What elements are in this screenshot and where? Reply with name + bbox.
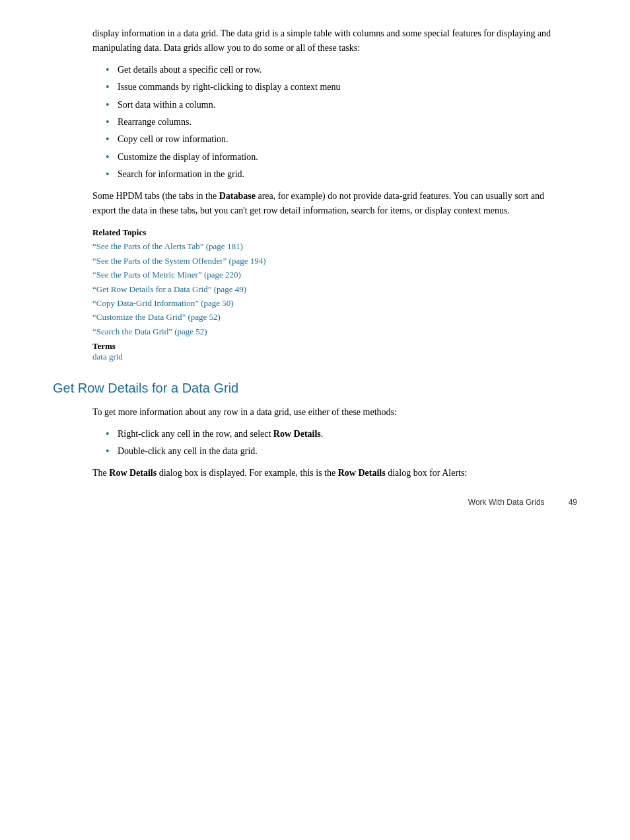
footer-separator [552,498,561,507]
list-item-right-click: Right-click any cell in the row, and sel… [106,427,564,441]
term-data-grid[interactable]: data grid [92,352,123,362]
row-details-text-start: The [92,468,109,478]
task-list: Get details about a specific cell or row… [106,63,564,182]
related-link-row-details[interactable]: “Get Row Details for a Data Grid” (page … [92,282,564,296]
list-item-text: Sort data within a column. [118,100,215,110]
related-link-system-offender[interactable]: “See the Parts of the System Offender” (… [92,254,564,268]
related-link-alerts-tab[interactable]: “See the Parts of the Alerts Tab” (page … [92,239,564,253]
section-intro: To get more information about any row in… [92,405,564,420]
row-details-text-end: dialog box for Alerts: [386,468,468,478]
right-click-bold: Row Details [273,429,321,439]
right-click-text-start: Right-click any cell in the row, and sel… [118,429,273,439]
footer-chapter: Work With Data Grids [468,498,545,507]
terms-title: Terms [92,341,564,352]
related-link-customize-datagrid[interactable]: “Customize the Data Grid” (page 52) [92,310,564,324]
list-item-text: Issue commands by right-clicking to disp… [118,82,340,92]
page-container: display information in a data grid. The … [0,0,630,527]
list-item: Sort data within a column. [106,98,564,112]
intro-section: display information in a data grid. The … [92,26,564,362]
list-item-text: Rearrange columns. [118,117,192,127]
related-link-copy-datagrid[interactable]: “Copy Data-Grid Information” (page 50) [92,296,564,310]
hpdm-bold: Database [219,191,256,201]
list-item: Search for information in the grid. [106,167,564,182]
row-details-text-mid: dialog box is displayed. For example, th… [157,468,338,478]
double-click-text: Double-click any cell in the data grid. [118,446,258,456]
list-item: Copy cell or row information. [106,132,564,147]
section-content: To get more information about any row in… [92,405,564,480]
list-item-text: Copy cell or row information. [118,134,228,144]
row-details-bold1: Row Details [109,468,157,478]
row-details-paragraph: The Row Details dialog box is displayed.… [92,466,564,480]
list-item-text: Search for information in the grid. [118,169,244,179]
related-topics-section: Related Topics “See the Parts of the Ale… [92,227,564,362]
list-item-text: Get details about a specific cell or row… [118,65,262,75]
hpdm-text-start: Some HPDM tabs (the tabs in the [92,191,219,201]
right-click-text-end: . [321,429,324,439]
list-item: Issue commands by right-clicking to disp… [106,80,564,95]
list-item-double-click: Double-click any cell in the data grid. [106,444,564,459]
hpdm-paragraph: Some HPDM tabs (the tabs in the Database… [92,189,564,219]
related-link-search-datagrid[interactable]: “Search the Data Grid” (page 52) [92,325,564,338]
related-link-metric-miner[interactable]: “See the Parts of Metric Miner” (page 22… [92,268,564,282]
section-heading: Get Row Details for a Data Grid [53,381,577,396]
related-topics-title: Related Topics [92,227,564,238]
intro-paragraph: display information in a data grid. The … [92,26,564,56]
list-item: Customize the display of information. [106,150,564,165]
footer-page-number: 49 [569,498,577,507]
page-footer: Work With Data Grids 49 [468,498,577,507]
row-details-bold2: Row Details [338,468,386,478]
list-item: Get details about a specific cell or row… [106,63,564,77]
list-item: Rearrange columns. [106,115,564,130]
section-list: Right-click any cell in the row, and sel… [106,427,564,459]
list-item-text: Customize the display of information. [118,152,258,162]
